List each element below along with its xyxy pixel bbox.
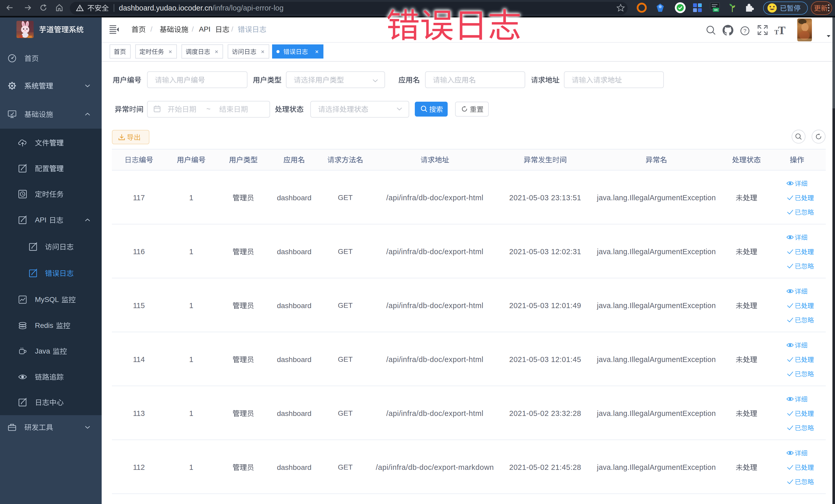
svg-text:on: on (714, 8, 718, 11)
svg-text:T: T (774, 28, 779, 36)
svg-text:?: ? (744, 28, 747, 34)
svg-text:T: T (778, 24, 786, 37)
